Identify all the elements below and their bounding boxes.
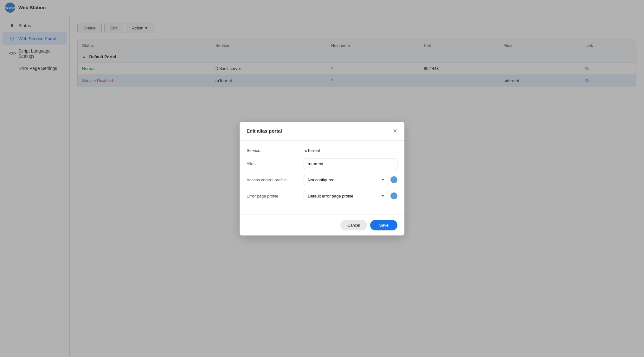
error-page-row: Error page profile: Default error page p…: [247, 191, 397, 201]
error-page-info-button[interactable]: i: [390, 192, 397, 199]
error-page-select[interactable]: Default error page profileCustom Profile…: [304, 191, 388, 201]
save-button[interactable]: Save: [370, 220, 397, 230]
access-control-row: Access control profile: Not configuredPr…: [247, 175, 397, 185]
service-label: Service:: [247, 148, 304, 153]
service-row: Service: ruTorrent: [247, 148, 397, 153]
error-page-select-wrap: Default error page profileCustom Profile…: [304, 191, 397, 201]
alias-label: Alias:: [247, 161, 304, 166]
modal-title: Edit alias portal: [247, 128, 282, 134]
modal-footer: Cancel Save: [240, 215, 404, 235]
alias-input[interactable]: [304, 159, 397, 169]
alias-row: Alias:: [247, 159, 397, 169]
modal-header: Edit alias portal ✕: [240, 122, 404, 141]
service-value: ruTorrent: [304, 148, 320, 153]
modal-overlay: Edit alias portal ✕ Service: ruTorrent A…: [0, 0, 644, 357]
modal-body: Service: ruTorrent Alias: Access control…: [240, 141, 404, 215]
access-control-select[interactable]: Not configuredProfile 1Profile 2: [304, 175, 388, 185]
access-control-select-wrap: Not configuredProfile 1Profile 2 i: [304, 175, 397, 185]
access-control-label: Access control profile:: [247, 178, 304, 182]
modal-close-button[interactable]: ✕: [393, 128, 397, 135]
edit-alias-portal-modal: Edit alias portal ✕ Service: ruTorrent A…: [240, 122, 404, 235]
cancel-button[interactable]: Cancel: [340, 220, 367, 230]
access-control-info-button[interactable]: i: [390, 176, 397, 183]
error-page-label: Error page profile:: [247, 194, 304, 198]
